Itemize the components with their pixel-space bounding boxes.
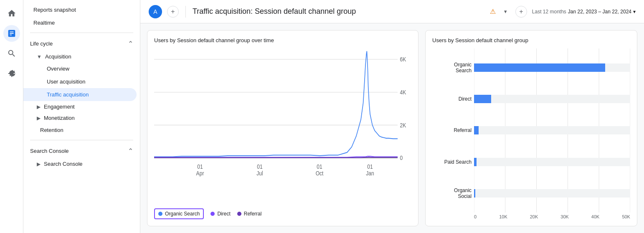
bar-fill-direct (474, 95, 491, 103)
line-chart-wrapper: 6K 4K 2K 0 01 Apr 01 Jul 01 Oct 01 Jan (154, 48, 411, 202)
legend-referral-label: Referral (244, 211, 262, 217)
bar-label-direct: Direct (440, 96, 472, 102)
add-comparison-button[interactable]: + (167, 6, 179, 18)
x-label-0: 0 (474, 214, 477, 219)
retention-label: Retention (40, 127, 63, 133)
bar-row-referral: Referral (474, 126, 630, 134)
sidebar-item-user-acquisition[interactable]: User acquisition (23, 75, 137, 88)
svg-text:Apr: Apr (196, 170, 204, 177)
bar-track-direct (474, 95, 630, 103)
acquisition-arrow-icon: ▼ (37, 54, 42, 60)
monetization-label: Monetization (44, 115, 75, 121)
header-divider (185, 6, 186, 18)
search-console-chevron: ⌃ (128, 147, 133, 155)
referral-dot (237, 212, 241, 216)
date-range-value: Jan 22, 2023 – Jan 22, 2024 (568, 9, 631, 15)
bar-fill-paid-search (474, 158, 477, 166)
search-nav-icon[interactable] (3, 45, 20, 62)
svg-text:01: 01 (367, 163, 373, 170)
svg-text:Jan: Jan (366, 170, 374, 177)
legend-direct-label: Direct (217, 211, 230, 217)
realtime-label: Realtime (33, 20, 55, 26)
line-chart-card: Users by Session default channel group o… (147, 30, 418, 226)
sidebar: Reports snapshot Realtime Life cycle ⌃ ▼… (23, 0, 140, 233)
page-title: Traffic acquisition: Session default cha… (193, 7, 485, 16)
sidebar-divider-2 (30, 140, 133, 140)
home-nav-icon[interactable] (3, 5, 20, 22)
content-area: Users by Session default channel group o… (140, 23, 644, 233)
sidebar-item-realtime[interactable]: Realtime (23, 16, 137, 29)
bar-fill-organic-social (474, 189, 475, 198)
sidebar-item-overview[interactable]: Overview (23, 62, 137, 75)
engagement-label: Engagement (44, 104, 75, 110)
bar-chart-rows: Organic Search Direct Referral (432, 48, 630, 213)
engagement-arrow-icon: ▶ (37, 104, 41, 110)
sidebar-item-acquisition[interactable]: ▼ Acquisition (23, 51, 140, 62)
date-dropdown-icon: ▾ (633, 9, 636, 15)
direct-dot (210, 212, 215, 216)
bar-track-organic-search (474, 63, 630, 72)
bar-chart-title: Users by Session default channel group (432, 37, 630, 43)
svg-text:Oct: Oct (316, 170, 324, 177)
svg-text:4K: 4K (400, 89, 406, 96)
icon-rail (0, 0, 23, 233)
bar-x-axis: 0 10K 20K 30K 40K 50K (432, 214, 630, 219)
svg-text:2K: 2K (400, 122, 406, 129)
sidebar-item-engagement[interactable]: ▶ Engagement (23, 101, 140, 112)
bar-label-paid-search: Paid Search (440, 159, 472, 165)
svg-text:0: 0 (400, 154, 403, 161)
sidebar-item-reports-snapshot[interactable]: Reports snapshot (23, 3, 137, 16)
svg-text:01: 01 (317, 163, 322, 170)
lifecycle-label: Life cycle (30, 41, 53, 47)
bar-row-paid-search: Paid Search (474, 158, 630, 166)
sidebar-item-retention[interactable]: Retention (23, 124, 137, 137)
bar-row-organic-social: Organic Social (474, 189, 630, 198)
legend-item-referral: Referral (237, 211, 262, 217)
acquisition-label: Acquisition (45, 53, 71, 60)
search-console-section-label: Search Console (30, 148, 69, 154)
search-console-label: Search Console (44, 161, 83, 167)
sidebar-divider (30, 33, 133, 33)
bar-row-direct: Direct (474, 95, 630, 103)
legend-item-direct: Direct (210, 211, 230, 217)
svg-text:01: 01 (197, 163, 203, 170)
svg-text:01: 01 (257, 163, 262, 170)
main-content: A + Traffic acquisition: Session default… (140, 0, 644, 233)
user-acquisition-label: User acquisition (47, 79, 86, 85)
lifecycle-section-header[interactable]: Life cycle ⌃ (23, 36, 140, 51)
line-chart-svg: 6K 4K 2K 0 01 Apr 01 Jul 01 Oct 01 Jan (154, 48, 411, 202)
warning-icon: ⚠ (490, 8, 496, 15)
lifecycle-chevron: ⌃ (128, 40, 133, 48)
analytics-nav-icon[interactable] (3, 25, 20, 42)
search-console-section-header[interactable]: Search Console ⌃ (23, 144, 140, 158)
header-bar: A + Traffic acquisition: Session default… (140, 0, 644, 23)
bar-label-organic-search: Organic Search (440, 62, 472, 73)
x-label-50k: 50K (622, 214, 630, 219)
bar-chart-card: Users by Session default channel group O… (425, 30, 637, 226)
x-label-40k: 40K (591, 214, 600, 219)
search-console-arrow-icon: ▶ (37, 161, 41, 167)
bar-label-organic-social: Organic Social (440, 187, 472, 199)
sidebar-item-traffic-acquisition[interactable]: Traffic acquisition (23, 88, 137, 101)
reports-snapshot-label: Reports snapshot (33, 7, 76, 13)
line-chart-title: Users by Session default channel group o… (154, 37, 411, 43)
date-range: Last 12 months Jan 22, 2023 – Jan 22, 20… (532, 9, 636, 15)
organic-search-dot (158, 212, 162, 216)
svg-text:6K: 6K (400, 56, 406, 63)
date-range-label: Last 12 months (532, 9, 566, 15)
bar-fill-referral (474, 126, 479, 134)
bar-row-organic-search: Organic Search (474, 63, 630, 72)
satellite-nav-icon[interactable] (3, 65, 20, 82)
bar-track-referral (474, 126, 630, 134)
traffic-acquisition-label: Traffic acquisition (47, 91, 89, 98)
svg-text:Jul: Jul (256, 170, 263, 177)
bar-fill-organic-search (474, 63, 605, 72)
sidebar-item-search-console[interactable]: ▶ Search Console (23, 158, 140, 170)
sidebar-item-monetization[interactable]: ▶ Monetization (23, 112, 140, 124)
monetization-arrow-icon: ▶ (37, 115, 41, 121)
legend-organic-search-label: Organic Search (165, 211, 200, 217)
add-report-button[interactable]: + (515, 6, 527, 18)
title-dropdown-button[interactable]: ▾ (501, 7, 510, 16)
avatar: A (149, 5, 162, 18)
bar-track-paid-search (474, 158, 630, 166)
